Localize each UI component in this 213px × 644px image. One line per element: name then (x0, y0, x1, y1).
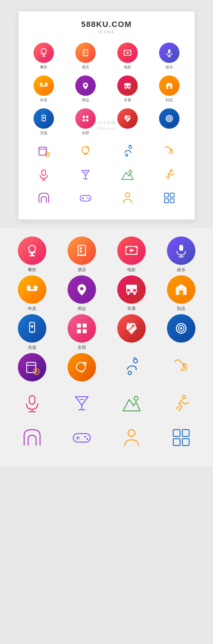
svg-point-63 (129, 170, 132, 173)
svg-rect-102 (127, 289, 130, 292)
svg-rect-147 (182, 430, 189, 436)
svg-rect-87 (135, 254, 137, 255)
big-icon-nearby: 周边 (68, 275, 96, 311)
svg-rect-2 (43, 54, 44, 56)
big-icon-person-outline (117, 423, 146, 452)
svg-rect-28 (128, 86, 130, 87)
svg-rect-73 (164, 199, 168, 203)
svg-point-75 (29, 245, 36, 252)
svg-point-144 (87, 438, 88, 440)
big-icon-schedule (18, 353, 46, 384)
big-icon-all: 全部 (68, 314, 96, 350)
svg-rect-72 (170, 193, 174, 197)
big-icon-movie: 电影 (117, 237, 146, 273)
svg-line-55 (170, 152, 172, 154)
svg-rect-110 (77, 324, 81, 328)
svg-rect-11 (124, 54, 125, 55)
svg-rect-112 (77, 329, 81, 333)
big-icon-mic-outline (18, 389, 46, 418)
svg-point-69 (88, 198, 89, 199)
icon-arch-outline (34, 188, 54, 208)
svg-point-20 (46, 83, 47, 85)
icon-person-outline (117, 188, 138, 208)
big-icon-hotel: 酒店 (68, 237, 96, 273)
icon-recharge: 充值 (34, 108, 54, 136)
svg-point-125 (83, 362, 87, 366)
svg-point-101 (133, 293, 136, 295)
svg-rect-103 (133, 289, 136, 292)
svg-rect-57 (42, 170, 46, 176)
icon-hotel: 酒店 (75, 43, 96, 70)
svg-point-52 (126, 154, 128, 156)
big-icon-running-outline (167, 389, 195, 418)
svg-point-64 (170, 169, 172, 172)
svg-point-51 (129, 146, 132, 149)
svg-rect-9 (124, 50, 125, 51)
svg-point-126 (133, 359, 137, 363)
big-filled-row3: 充值 全部 (9, 314, 204, 350)
svg-rect-132 (29, 396, 35, 404)
svg-rect-76 (29, 252, 36, 253)
main-card: 588KU.COM ICONS 餐饮 (18, 11, 195, 219)
svg-rect-113 (83, 329, 87, 333)
svg-rect-1 (41, 53, 46, 54)
icon-mountain-outline (117, 164, 138, 185)
icon-cocktail-outline (75, 164, 96, 185)
icon-arrival: 到店 (159, 75, 179, 103)
svg-rect-79 (78, 245, 85, 255)
svg-point-143 (84, 436, 86, 438)
site-title: 588KU.COM (24, 20, 189, 29)
icon-massage-outline (117, 141, 138, 162)
svg-point-93 (28, 287, 30, 289)
svg-rect-30 (168, 86, 170, 89)
svg-rect-7 (83, 55, 88, 56)
svg-rect-119 (27, 362, 36, 373)
bottom-section: 餐饮 酒店 (0, 228, 213, 466)
svg-point-70 (125, 193, 130, 197)
svg-point-95 (34, 287, 36, 289)
icon-delivery: 外卖 (34, 75, 54, 103)
big-icon-mountain-outline (117, 389, 146, 418)
svg-rect-149 (182, 439, 189, 445)
svg-rect-3 (42, 56, 45, 57)
svg-line-129 (181, 368, 182, 371)
svg-rect-86 (126, 254, 128, 255)
svg-point-18 (41, 83, 42, 85)
svg-rect-5 (84, 51, 85, 52)
icon-running-outline (159, 164, 179, 185)
big-icon-recharge: 充值 (18, 314, 46, 350)
svg-marker-13 (127, 52, 130, 54)
svg-rect-37 (83, 119, 85, 121)
svg-rect-38 (86, 119, 88, 121)
icon-shower-outline (159, 141, 179, 162)
svg-line-130 (183, 368, 185, 371)
svg-point-68 (87, 197, 88, 198)
svg-point-97 (80, 287, 83, 290)
svg-rect-148 (173, 439, 180, 445)
big-filled-row4 (9, 353, 204, 384)
svg-rect-146 (173, 430, 180, 436)
svg-point-26 (129, 88, 130, 89)
icon-movie: 电影 (117, 43, 138, 70)
svg-rect-78 (29, 255, 35, 256)
icon-mic-outline (34, 164, 54, 185)
svg-rect-4 (83, 50, 88, 56)
svg-line-54 (169, 152, 170, 154)
svg-point-43 (169, 118, 170, 119)
big-icon-food: 餐饮 (18, 237, 46, 273)
svg-rect-80 (80, 247, 82, 249)
card-outline-row2 (24, 164, 189, 185)
svg-rect-74 (170, 199, 174, 203)
svg-marker-88 (130, 249, 135, 252)
svg-rect-10 (130, 50, 131, 51)
big-filled-row1: 餐饮 酒店 (9, 237, 204, 273)
watermark-area: 餐饮 酒店 (24, 43, 189, 208)
svg-rect-21 (40, 85, 47, 86)
svg-rect-111 (83, 324, 87, 328)
big-outline-row2 (9, 423, 204, 452)
icon-apps-outline (159, 188, 179, 208)
icon-schedule-outline (34, 141, 54, 162)
svg-point-127 (128, 371, 131, 375)
svg-rect-27 (125, 86, 127, 87)
big-icon-arrival: 到店 (167, 275, 195, 311)
